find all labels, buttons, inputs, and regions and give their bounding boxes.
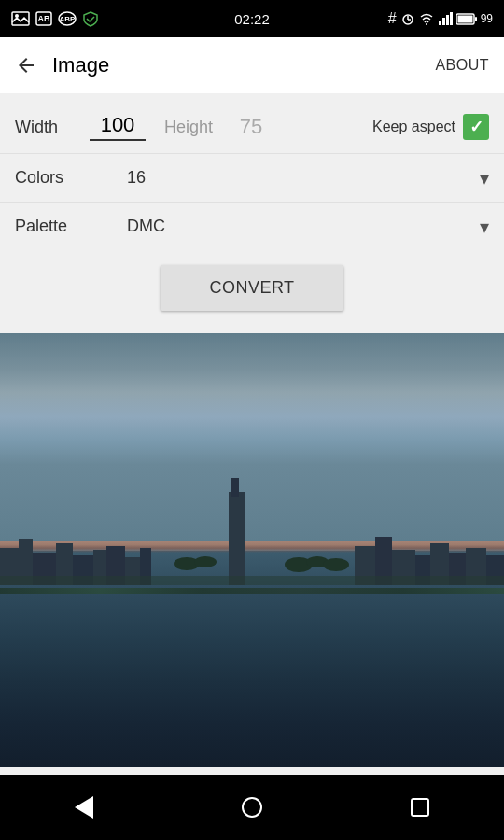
nav-recent-icon	[411, 798, 429, 817]
convert-area: CONVERT	[0, 250, 504, 329]
status-left-icons: AB ABP	[11, 10, 99, 27]
svg-rect-26	[229, 492, 245, 585]
hash-icon: #	[388, 10, 397, 27]
svg-rect-13	[450, 12, 453, 25]
colors-value: 16	[127, 168, 480, 188]
palette-dropdown-arrow[interactable]: ▾	[480, 216, 489, 238]
svg-rect-15	[457, 15, 472, 22]
bottom-nav	[0, 775, 504, 840]
nav-back-button[interactable]	[56, 779, 112, 835]
nav-recent-button[interactable]	[392, 779, 448, 835]
keep-aspect-label: Keep aspect	[372, 119, 455, 135]
palette-row: Palette DMC ▾	[0, 202, 504, 250]
dimension-row: Width Height 75 Keep aspect	[0, 101, 504, 153]
svg-rect-16	[475, 17, 477, 21]
image-area	[0, 333, 504, 767]
signal-icon	[438, 11, 453, 26]
palette-value: DMC	[127, 217, 480, 236]
battery-icon	[456, 13, 477, 25]
width-label: Width	[15, 118, 90, 137]
shield-icon	[82, 10, 99, 27]
abp-icon: ABP	[58, 11, 77, 26]
svg-point-9	[426, 23, 427, 25]
svg-rect-11	[442, 18, 445, 25]
about-button[interactable]: ABOUT	[435, 57, 489, 74]
status-right-icons: # 99	[388, 10, 493, 27]
keep-aspect-checkbox[interactable]	[463, 114, 489, 140]
image-icon	[11, 11, 30, 26]
svg-point-38	[323, 558, 349, 571]
tag-icon: AB	[35, 11, 52, 26]
battery-percent: 99	[481, 12, 493, 25]
svg-rect-12	[446, 15, 449, 25]
colors-dropdown-arrow[interactable]: ▾	[480, 167, 489, 189]
image-preview	[0, 333, 504, 767]
content-area: Width Height 75 Keep aspect Colors 16 ▾ …	[0, 93, 504, 775]
wifi-icon	[419, 11, 434, 26]
alarm-icon	[400, 11, 415, 26]
back-button[interactable]	[15, 54, 37, 77]
keep-aspect-area: Keep aspect	[372, 114, 489, 140]
nav-home-icon	[242, 797, 262, 818]
nav-home-button[interactable]	[224, 779, 280, 835]
colors-label: Colors	[15, 168, 127, 188]
height-label: Height	[164, 118, 213, 137]
svg-rect-27	[231, 478, 239, 497]
height-value: 75	[228, 115, 274, 139]
form-area: Width Height 75 Keep aspect Colors 16 ▾ …	[0, 93, 504, 333]
status-time: 02:22	[234, 11, 270, 27]
svg-point-40	[194, 556, 217, 567]
nav-back-icon	[75, 796, 93, 819]
svg-rect-41	[0, 576, 504, 585]
width-input[interactable]	[90, 113, 146, 141]
app-title: Image	[52, 53, 435, 77]
palette-label: Palette	[15, 217, 127, 236]
app-bar: Image ABOUT	[0, 37, 504, 93]
city-silhouette	[0, 473, 504, 585]
svg-rect-10	[439, 21, 441, 25]
convert-button[interactable]: CONVERT	[161, 265, 343, 311]
shoreline	[0, 588, 504, 594]
colors-row: Colors 16 ▾	[0, 153, 504, 202]
svg-text:ABP: ABP	[60, 15, 77, 23]
svg-rect-0	[12, 12, 29, 25]
svg-text:AB: AB	[38, 14, 50, 23]
status-bar: AB ABP 02:22 #	[0, 0, 504, 37]
